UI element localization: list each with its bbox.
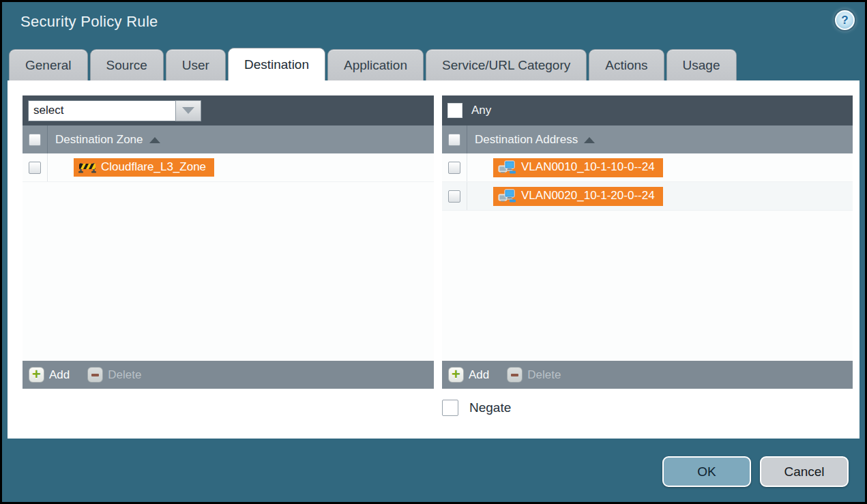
tab-label: User — [182, 58, 209, 73]
address-chip[interactable]: VLAN0020_10-1-20-0--24 — [493, 187, 663, 206]
negate-label: Negate — [469, 400, 511, 415]
row-checkbox[interactable] — [448, 162, 460, 174]
tab-label: Actions — [605, 58, 647, 73]
plus-icon: + — [29, 367, 44, 383]
plus-icon: + — [448, 367, 464, 383]
address-chip[interactable]: VLAN0010_10-1-10-0--24 — [493, 158, 663, 177]
security-policy-rule-dialog: Security Policy Rule ? General Source Us… — [2, 2, 865, 502]
address-name: VLAN0020_10-1-20-0--24 — [521, 189, 655, 203]
chevron-down-icon — [182, 107, 194, 114]
zone-select-all-checkbox[interactable] — [29, 134, 41, 146]
help-icon[interactable]: ? — [835, 10, 855, 30]
zone-type-input[interactable] — [28, 100, 175, 121]
ok-button[interactable]: OK — [662, 456, 751, 487]
minus-icon — [507, 367, 523, 383]
row-checkbox[interactable] — [448, 190, 460, 203]
tab-label: Usage — [683, 58, 720, 73]
sort-asc-icon[interactable] — [584, 137, 595, 143]
tab-label: Service/URL Category — [442, 58, 570, 73]
address-icon — [498, 189, 516, 203]
zone-toolbar: + Add Delete — [23, 361, 434, 389]
tab-general[interactable]: General — [9, 49, 88, 80]
zone-filter-bar — [23, 95, 434, 125]
zone-icon — [78, 161, 96, 174]
tab-usage[interactable]: Usage — [666, 49, 737, 80]
address-any-bar: Any — [442, 95, 853, 125]
tab-user[interactable]: User — [166, 49, 226, 80]
address-row: VLAN0010_10-1-10-0--24 — [442, 153, 853, 182]
destination-zone-panel: Destination Zone Cloudflare_L3_Zone — [23, 95, 434, 389]
tab-label: Source — [106, 58, 147, 73]
address-select-all-checkbox[interactable] — [448, 134, 460, 146]
address-column-title[interactable]: Destination Address — [475, 133, 578, 147]
zone-row: Cloudflare_L3_Zone — [23, 153, 434, 182]
sort-asc-icon[interactable] — [149, 137, 160, 143]
title-bar: Security Policy Rule ? — [2, 2, 865, 48]
address-name: VLAN0010_10-1-10-0--24 — [521, 160, 655, 174]
zone-column-header: Destination Zone — [23, 125, 434, 153]
destination-address-panel: Any Destination Address — [442, 95, 853, 389]
dialog-button-bar: OK Cancel — [662, 456, 849, 487]
address-row: VLAN0020_10-1-20-0--24 — [442, 182, 853, 211]
tab-label: Destination — [244, 57, 309, 72]
tab-bar: General Source User Destination Applicat… — [9, 49, 859, 80]
zone-add-button[interactable]: + Add — [29, 367, 70, 383]
zone-list: Cloudflare_L3_Zone — [23, 153, 434, 361]
address-add-button[interactable]: + Add — [448, 367, 489, 383]
any-checkbox[interactable] — [447, 103, 462, 118]
row-checkbox[interactable] — [29, 162, 41, 174]
negate-checkbox[interactable] — [442, 400, 458, 416]
any-label: Any — [471, 104, 491, 117]
zone-delete-button[interactable]: Delete — [87, 367, 141, 383]
zone-type-dropdown-button[interactable] — [175, 100, 201, 121]
address-toolbar: + Add Delete — [442, 361, 853, 389]
dialog-title: Security Policy Rule — [20, 13, 158, 31]
negate-option: Negate — [442, 400, 511, 416]
address-icon — [498, 160, 516, 175]
zone-column-title[interactable]: Destination Zone — [55, 133, 143, 147]
cancel-button[interactable]: Cancel — [760, 456, 849, 487]
address-column-header: Destination Address — [442, 125, 853, 153]
zone-chip[interactable]: Cloudflare_L3_Zone — [74, 158, 214, 177]
tab-label: General — [25, 58, 72, 73]
tab-label: Application — [344, 58, 407, 73]
tab-destination[interactable]: Destination — [228, 48, 325, 80]
address-list: VLAN0010_10-1-10-0--24 VLAN0020_10-1-20-… — [442, 153, 853, 361]
tab-actions[interactable]: Actions — [589, 49, 664, 80]
address-delete-button[interactable]: Delete — [507, 367, 561, 383]
zone-name: Cloudflare_L3_Zone — [101, 160, 206, 174]
tab-application[interactable]: Application — [327, 49, 424, 80]
dialog-content: Destination Zone Cloudflare_L3_Zone — [8, 80, 859, 439]
tab-service-url-category[interactable]: Service/URL Category — [426, 49, 587, 80]
tab-source[interactable]: Source — [90, 49, 164, 80]
minus-icon — [87, 367, 103, 383]
